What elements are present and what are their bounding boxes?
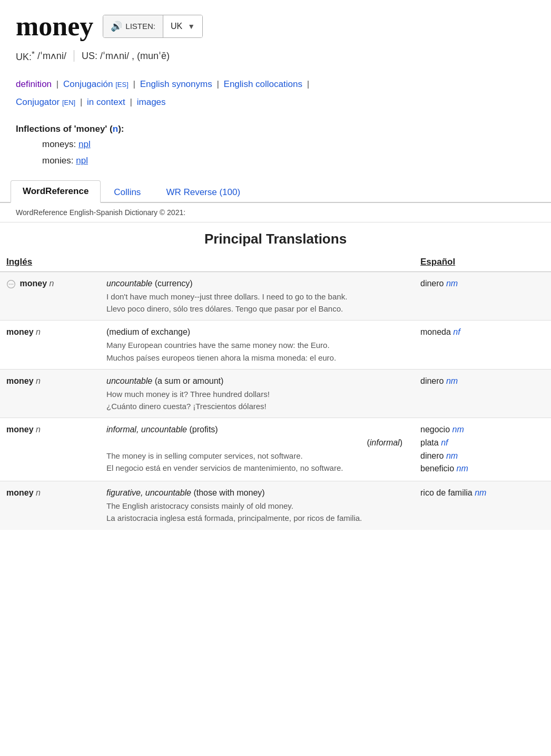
locale-value: UK [171,22,182,31]
link-npl-monies[interactable]: npl [76,156,88,166]
en-word-cell: money n [0,321,100,369]
translation-cell: moneda nf [414,321,551,369]
example-en: Many European countries have the same mo… [106,339,408,351]
table-row: money n (medium of exchange) Many Europe… [0,321,551,369]
link-conjugacion[interactable]: Conjugación [ES] [63,79,129,89]
en-word-cell: money n [0,481,100,530]
col-header-def [100,253,414,272]
translation-cell: negocio nm plata nf dinero nm beneficio … [414,418,551,481]
en-word-cell: money n [0,369,100,418]
listen-box: 🔊 LISTEN: UK ▼ [103,15,203,38]
svg-point-3 [12,284,13,285]
example-es: Llevo poco dinero, sólo tres dólares. Te… [106,303,408,315]
definition-cell: informal, uncountable (profits) (informa… [100,418,414,481]
link-synonyms[interactable]: English synonyms [140,79,212,89]
informal-label: (informal) [106,437,408,450]
uk-label: UK:* [16,49,35,63]
word-en: money [6,327,34,336]
translation-cell: rico de familia nm [414,481,551,530]
inflections-suffix: ' (n): [105,124,124,134]
pos-en: n [36,425,41,434]
svg-point-2 [11,284,12,285]
svg-point-1 [9,284,10,285]
example-es: El negocio está en vender servicios de m… [106,462,408,474]
en-word-cell: money n [0,272,100,321]
example-en: The money is in selling computer service… [106,450,408,462]
definition-cell: (medium of exchange) Many European count… [100,321,414,369]
link-images[interactable]: images [137,97,166,107]
table-row: money n figurative, uncountable (those w… [0,481,551,530]
translation-cell: dinero nm [414,272,551,321]
us-ipa: /ˈmʌni/ , (munˈē) [100,50,170,62]
listen-label: LISTEN: [125,22,155,31]
word-heading: money [16,11,93,42]
pos-en: n [36,488,41,497]
pos-en: n [36,376,41,385]
us-label: US: [82,51,97,62]
link-npl-moneys[interactable]: npl [78,139,91,149]
principal-translations-title: Principal Translations [0,222,551,253]
link-collocations[interactable]: English collocations [224,79,302,89]
example-en: I don't have much money--just three doll… [106,290,408,303]
inflections-prefix: Inflections of ' [16,124,76,134]
word-en: money [6,376,34,385]
tab-collins[interactable]: Collins [102,181,153,203]
speaker-icon: 🔊 [111,21,122,32]
chevron-down-icon: ▼ [188,22,195,31]
en-word-cell: money n [0,418,100,481]
pos-en: n [49,279,54,288]
example-es: ¿Cuánto dinero cuesta? ¡Trescientos dóla… [106,400,408,412]
example-en: How much money is it? Three hundred doll… [106,388,408,400]
definition-cell: figurative, uncountable (those with mone… [100,481,414,530]
definition-cell: uncountable (currency) I don't have much… [100,272,414,321]
pos-en: n [36,327,41,336]
uk-star: * [32,49,35,58]
link-conjugator[interactable]: Conjugator [EN] [16,97,75,107]
inflections-section: Inflections of 'money' (n): moneys: npl … [0,117,551,174]
translation-cell: dinero nm [414,369,551,418]
word-en: money [6,425,34,434]
tabs-row: WordReference Collins WR Reverse (100) [0,179,551,203]
dict-credit: WordReference English-Spanish Dictionary… [0,203,551,222]
inflection-moneys: moneys: npl [42,137,535,153]
link-definition[interactable]: definition [16,79,52,89]
locale-selector[interactable]: UK ▼ [163,15,202,37]
col-header-en: Inglés [0,253,100,272]
table-row: money n uncountable (a sum or amount) Ho… [0,369,551,418]
word-en: money [19,279,47,288]
col-header-es: Español [414,253,551,272]
inflection-monies: monies: npl [42,153,535,169]
example-es: Muchos países europeos tienen ahora la m… [106,352,408,364]
example-en: The English aristocracy consists mainly … [106,500,408,512]
uk-ipa: /ˈmʌni/ [37,50,66,62]
links-section: definition | Conjugación [ES] | English … [0,75,551,117]
word-en: money [6,488,34,497]
link-in-context[interactable]: in context [87,97,125,107]
inflections-word: money [76,124,105,134]
tab-wr-reverse[interactable]: WR Reverse (100) [154,181,252,203]
table-row: money n uncountable (currency) I don't h… [0,272,551,321]
pron-divider [74,50,74,62]
definition-cell: uncountable (a sum or amount) How much m… [100,369,414,418]
translations-table: Inglés Español money n uncountable (curr… [0,253,551,529]
example-es: La aristocracia inglesa está formada, pr… [106,512,408,524]
listen-button[interactable]: 🔊 LISTEN: [103,15,163,37]
chat-icon [6,279,16,289]
tab-wordreference[interactable]: WordReference [11,180,101,203]
table-row: money n informal, uncountable (profits) … [0,418,551,481]
pronunciation-row: UK:* /ˈmʌni/ US: /ˈmʌni/ , (munˈē) [16,49,535,63]
